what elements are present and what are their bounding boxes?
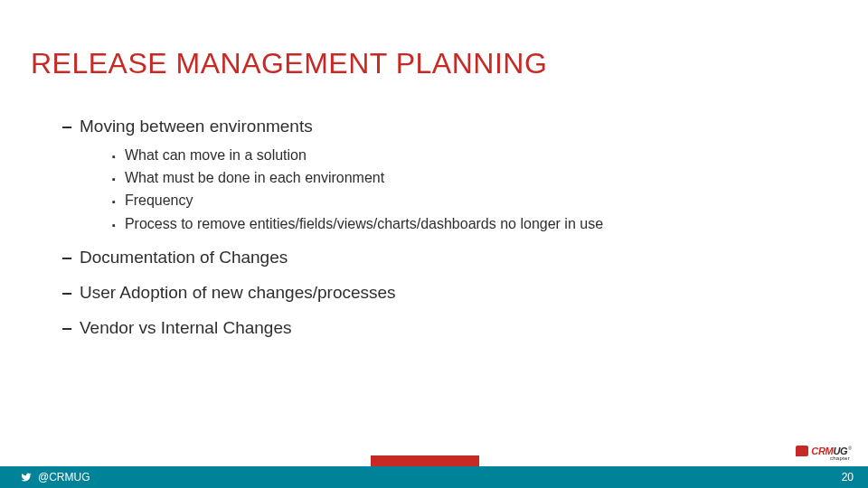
list-item-text: Moving between environments (80, 116, 313, 138)
list-item-text: Process to remove entities/fields/views/… (125, 214, 603, 234)
list-item-text: What must be done in each environment (125, 168, 384, 188)
page-number: 20 (842, 471, 854, 483)
square-bullet-icon: ▪ (112, 149, 116, 165)
list-item: ▪ What must be done in each environment (112, 168, 832, 188)
dash-bullet-icon: ‒ (61, 317, 72, 340)
slide-content: ‒ Moving between environments ▪ What can… (61, 116, 832, 339)
slide-title: RELEASE MANAGEMENT PLANNING (31, 47, 547, 80)
list-item: ▪ What can move in a solution (112, 145, 832, 165)
twitter-handle: @CRMUG (20, 471, 90, 483)
list-item-text: Documentation of Changes (80, 247, 288, 269)
dash-bullet-icon: ‒ (61, 116, 72, 138)
square-bullet-icon: ▪ (112, 218, 116, 234)
square-bullet-icon: ▪ (112, 194, 116, 211)
footer-bar: @CRMUG 20 (0, 466, 868, 488)
crmug-logo: CRMUG ® chapter (796, 446, 852, 461)
list-item: ‒ User Adoption of new changes/processes (61, 282, 832, 305)
logo-chapter: chapter (830, 455, 850, 461)
list-item: ‒ Moving between environments (61, 116, 832, 138)
list-item: ‒ Vendor vs Internal Changes (61, 317, 832, 340)
list-item-text: User Adoption of new changes/processes (80, 282, 396, 305)
slide: RELEASE MANAGEMENT PLANNING ‒ Moving bet… (0, 0, 868, 488)
list-item-text: Vendor vs Internal Changes (80, 317, 292, 340)
list-item: ▪ Frequency (112, 191, 832, 211)
square-bullet-icon: ▪ (112, 172, 116, 188)
logo-badge-icon (796, 446, 808, 456)
list-item-text: Frequency (125, 191, 193, 211)
dash-bullet-icon: ‒ (61, 247, 72, 269)
twitter-icon (20, 472, 33, 483)
sublist: ▪ What can move in a solution ▪ What mus… (112, 145, 832, 235)
list-item-text: What can move in a solution (125, 145, 307, 165)
list-item: ▪ Process to remove entities/fields/view… (112, 214, 832, 234)
list-item: ‒ Documentation of Changes (61, 247, 832, 269)
dash-bullet-icon: ‒ (61, 282, 72, 305)
registered-icon: ® (848, 446, 852, 451)
twitter-text: @CRMUG (38, 471, 90, 483)
